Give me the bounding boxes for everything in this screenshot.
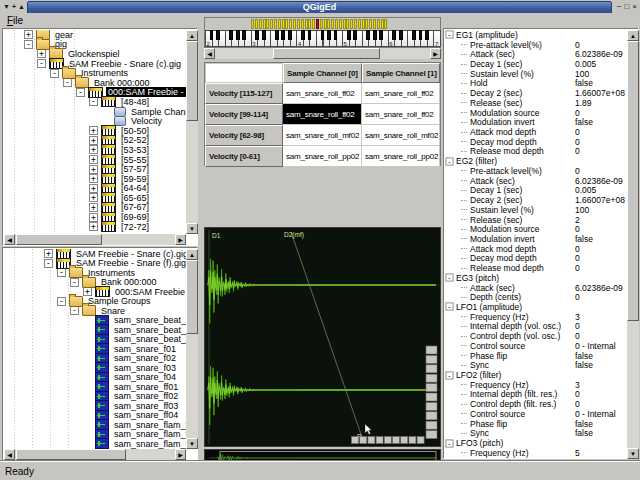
tree-item[interactable]: +[69-69] <box>4 212 186 222</box>
vertical-zoom-button[interactable] <box>426 402 437 410</box>
tree-item[interactable]: +[67-67] <box>4 203 186 213</box>
region-mark[interactable] <box>327 19 330 29</box>
scroll-left-icon[interactable] <box>4 449 15 460</box>
scroll-thumb[interactable] <box>273 48 380 59</box>
collapse-icon[interactable]: - <box>37 59 46 68</box>
shade-icon[interactable] <box>3 3 10 10</box>
scroll-thumb[interactable] <box>627 41 639 321</box>
property-value[interactable]: 0 <box>575 146 580 156</box>
property-section[interactable]: -LFO3 (pitch) <box>445 438 627 448</box>
region-mark[interactable] <box>308 19 311 29</box>
piano-key-black[interactable] <box>419 30 423 40</box>
vertical-zoom-button[interactable] <box>426 374 437 382</box>
property-section[interactable]: -LFO2 (filter) <box>445 370 627 380</box>
property-row[interactable]: Holdfalse <box>445 79 627 89</box>
collapse-icon[interactable]: - <box>63 78 72 87</box>
expand-icon[interactable]: + <box>89 184 98 193</box>
property-row[interactable]: Release mod depth0 <box>445 147 627 157</box>
property-row[interactable]: Decay 1 (sec)0.005 <box>445 186 627 196</box>
table-row-header[interactable]: Velocity [0-61] <box>205 146 283 167</box>
property-value[interactable]: 5 <box>575 448 580 458</box>
property-row[interactable]: Modulation source0 <box>445 108 627 118</box>
property-row[interactable]: Syncfalse <box>445 428 627 438</box>
region-mark[interactable] <box>377 19 380 29</box>
region-mark[interactable] <box>278 19 281 29</box>
expand-icon[interactable]: + <box>89 174 98 183</box>
property-value[interactable]: 6.02386e-09 <box>575 49 623 59</box>
region-mark[interactable] <box>301 19 304 29</box>
property-value[interactable]: false <box>575 78 593 88</box>
table-cell[interactable]: sam_snare_roll_ff02 <box>362 104 440 125</box>
property-row[interactable]: Pre-attack level(%)0 <box>445 166 627 176</box>
collapse-icon[interactable]: - <box>24 40 33 49</box>
property-value[interactable]: 0 - Internal <box>575 341 616 351</box>
table-cell[interactable]: sam_snare_roll_mf02 <box>283 125 362 146</box>
property-row[interactable]: Phase flipfalse <box>445 351 627 361</box>
expand-icon[interactable]: + <box>44 249 53 258</box>
property-row[interactable]: Attack mod depth0 <box>445 244 627 254</box>
property-value[interactable]: false <box>575 234 593 244</box>
scroll-down-icon[interactable] <box>627 448 639 459</box>
tree-item[interactable]: +Glockenspiel <box>4 49 186 59</box>
property-row[interactable]: Pre-attack level(%)0 <box>445 40 627 50</box>
scroll-thumb[interactable] <box>186 260 198 334</box>
piano-key-black[interactable] <box>210 30 214 40</box>
property-section[interactable]: -LFO1 (amplitude) <box>445 302 627 312</box>
table-row-header[interactable]: Velocity [62-98] <box>205 125 283 146</box>
property-row[interactable]: Sustain level (%)100 <box>445 205 627 215</box>
selected-region-mark[interactable] <box>316 19 319 29</box>
region-mark[interactable] <box>354 19 357 29</box>
piano-key-black[interactable] <box>327 30 331 40</box>
property-value[interactable]: 1.66007e+08 <box>575 88 625 98</box>
table-header-sample-channel-0[interactable]: Sample Channel [0] <box>283 63 362 83</box>
scroll-right-icon[interactable] <box>175 449 186 460</box>
piano-key-black[interactable] <box>236 30 240 40</box>
region-mark[interactable] <box>350 19 353 29</box>
region-mark[interactable] <box>335 19 338 29</box>
region-mark[interactable] <box>365 19 368 29</box>
expand-icon[interactable]: + <box>37 49 46 58</box>
collapse-icon[interactable]: - <box>89 97 98 106</box>
horizontal-zoom-button[interactable] <box>401 437 408 444</box>
waveform-canvas[interactable]: D1D2(mf)R <box>205 228 440 446</box>
property-row[interactable]: Frequency (Hz)3 <box>445 312 627 322</box>
region-indicator-strip[interactable] <box>205 18 440 30</box>
tree-item[interactable]: sam_snare_flam_ff01 <box>4 439 186 449</box>
horizontal-zoom-button[interactable] <box>368 437 375 444</box>
tree-item[interactable]: +[50-50] <box>4 126 186 136</box>
property-row[interactable]: Modulation invertfalse <box>445 234 627 244</box>
collapse-icon[interactable]: - <box>70 278 79 287</box>
vertical-zoom-button[interactable] <box>426 431 437 439</box>
table-cell[interactable]: sam_snare_roll_mf02 <box>362 125 440 146</box>
tree-item[interactable]: +gear <box>4 30 186 40</box>
collapse-icon[interactable]: - <box>445 303 453 311</box>
piano-key-black[interactable] <box>275 30 279 40</box>
horizontal-zoom-button[interactable] <box>409 437 416 444</box>
expand-icon[interactable]: + <box>89 126 98 135</box>
property-row[interactable]: Decay mod depth0 <box>445 254 627 264</box>
tree-item[interactable]: +[57-57] <box>4 164 186 174</box>
region-mark[interactable] <box>331 19 334 29</box>
property-section[interactable]: -EG2 (filter) <box>445 156 627 166</box>
scroll-left-icon[interactable] <box>4 234 15 245</box>
expand-icon[interactable]: + <box>89 165 98 174</box>
instrument-tree-vscrollbar[interactable] <box>186 30 198 234</box>
tree-item[interactable]: +[53-53] <box>4 145 186 155</box>
properties-vscrollbar[interactable] <box>627 30 639 459</box>
region-mark[interactable] <box>259 19 262 29</box>
tree-item[interactable]: -Instruments <box>4 68 186 78</box>
property-value[interactable]: 6.02386e-09 <box>575 176 623 186</box>
property-value[interactable]: 0 <box>575 244 580 254</box>
vertical-zoom-button[interactable] <box>426 393 437 401</box>
piano-keyboard[interactable]: 234567 <box>205 30 440 47</box>
table-row-header[interactable]: Velocity [99-114] <box>205 104 283 125</box>
region-mark[interactable] <box>373 19 376 29</box>
property-row[interactable]: Sustain level (%)100 <box>445 69 627 79</box>
scroll-up-icon[interactable] <box>627 30 639 41</box>
vertical-zoom-button[interactable] <box>426 365 437 373</box>
property-value[interactable]: false <box>575 117 593 127</box>
minimize-icon[interactable] <box>617 3 622 11</box>
piano-key-black[interactable] <box>242 30 246 40</box>
expand-icon[interactable]: + <box>89 145 98 154</box>
scroll-down-icon[interactable] <box>186 438 198 449</box>
